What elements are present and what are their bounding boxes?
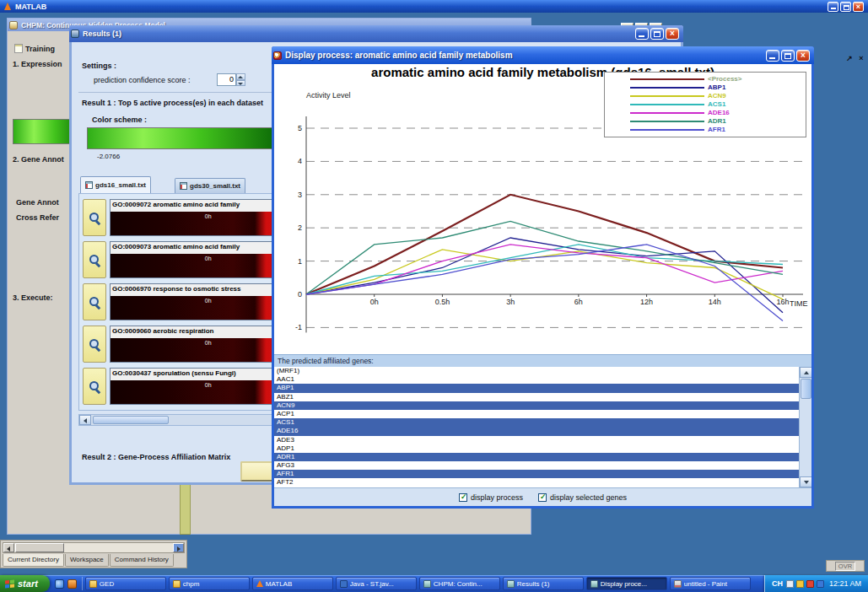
keyboard-icon[interactable] <box>786 580 794 588</box>
scroll-up-icon[interactable] <box>800 367 811 378</box>
scroll-left-icon[interactable] <box>3 543 14 552</box>
gene-list-item[interactable]: ACN9 <box>274 401 799 410</box>
language-indicator[interactable]: CH <box>772 579 783 588</box>
gene-list-item[interactable]: ADR1 <box>274 453 799 461</box>
start-button[interactable]: start <box>0 575 50 592</box>
legend-label: ACS1 <box>708 100 725 109</box>
gene-list: (MRF1)AAC1ABP1ABZ1ACN9ACP1ACS1ADE16ADE3A… <box>274 367 811 487</box>
legend-label: ABP1 <box>708 83 725 92</box>
taskbar-button-label: CHPM: Contin... <box>434 580 483 588</box>
y-tick-label: 5 <box>298 124 302 132</box>
gene-list-item[interactable]: ABZ1 <box>274 393 799 401</box>
magnify-process-button[interactable] <box>83 199 106 236</box>
legend-item: ABP1 <box>608 83 802 92</box>
display-process-window: Display process: aromatic amino acid fam… <box>272 46 814 509</box>
display-selected-genes-checkbox[interactable]: display selected genes <box>538 493 627 502</box>
checkbox-label: display selected genes <box>550 493 627 502</box>
scrollbar-thumb[interactable] <box>93 416 169 424</box>
alert-icon[interactable] <box>796 580 804 588</box>
restore-button[interactable] <box>840 2 851 12</box>
taskbar-button-matlab[interactable]: MATLAB <box>252 577 333 590</box>
taskbar-button-label: untitled - Paint <box>684 580 727 588</box>
color-scheme-label: Color scheme : <box>92 116 147 124</box>
magnify-process-button[interactable] <box>83 368 106 405</box>
y-tick-label: 3 <box>298 191 302 199</box>
java-app-icon <box>273 51 282 60</box>
confidence-value[interactable]: 0 <box>217 73 236 86</box>
taskbar-button-java-st-jav[interactable]: Java - ST.jav... <box>336 577 417 590</box>
confidence-spinner[interactable]: 0 <box>217 73 245 86</box>
net-icon[interactable] <box>817 580 824 588</box>
desktop: MATLAB CHPM: Continuous Hidden Process M… <box>0 0 868 592</box>
scrollbar-thumb[interactable] <box>15 543 64 552</box>
vertical-scrollbar[interactable] <box>799 367 811 487</box>
app-shortcut-icon[interactable] <box>67 579 77 589</box>
spin-down-icon[interactable] <box>236 80 245 87</box>
scrollbar-track[interactable] <box>14 543 173 552</box>
minimize-button[interactable] <box>828 2 838 12</box>
tab-gds30-small[interactable]: gds30_small.txt <box>175 178 245 193</box>
heat-col-label: 0h <box>205 213 212 219</box>
matlab-icon <box>256 580 263 587</box>
taskbar-button-untitled-paint[interactable]: untitled - Paint <box>670 577 751 590</box>
checkbox-label: display process <box>471 493 523 502</box>
magnify-process-button[interactable] <box>83 326 106 363</box>
taskbar-button-chpm[interactable]: chpm <box>169 577 250 590</box>
gene-list-item[interactable]: ACS1 <box>274 418 799 427</box>
gene-list-item[interactable]: AFT2 <box>274 478 799 487</box>
gene-list-item[interactable]: AAC1 <box>274 375 799 384</box>
scroll-right-icon[interactable] <box>173 543 184 552</box>
gene-list-item[interactable]: ADE3 <box>274 436 799 444</box>
x-tick-label: 3h <box>506 298 515 306</box>
close-button[interactable] <box>853 2 864 12</box>
series-line <box>306 245 783 294</box>
gene-list-item[interactable]: ABP1 <box>274 384 799 392</box>
minimize-button[interactable] <box>766 50 779 62</box>
msg-icon[interactable] <box>806 580 814 588</box>
x-tick-label: 14h <box>709 298 721 306</box>
heat-col-label: 0h <box>205 382 212 388</box>
magnify-process-button[interactable] <box>83 241 106 278</box>
clock: 12:21 AM <box>829 579 861 588</box>
result1-title: Result 1 : Top 5 active process(es) in e… <box>82 99 263 107</box>
scroll-left-icon[interactable] <box>79 415 91 425</box>
legend-item: ACN9 <box>608 92 802 100</box>
tab-current-directory[interactable]: Current Directory <box>3 554 64 567</box>
minimize-button[interactable] <box>635 28 649 40</box>
gene-list-item[interactable]: (MRF1) <box>274 367 799 375</box>
close-pane-icon[interactable] <box>856 54 866 62</box>
taskbar-button-ged[interactable]: GED <box>85 577 166 590</box>
start-label: start <box>18 579 38 589</box>
magnifier-icon <box>89 254 101 266</box>
gene-list-item[interactable]: AFG3 <box>274 461 799 470</box>
chart-legend: <Process>ABP1ACN9ACS1ADE16ADR1AFR1 <box>604 72 806 137</box>
spin-up-icon[interactable] <box>236 73 245 80</box>
tab-workspace[interactable]: Workspace <box>65 554 109 567</box>
browser-icon[interactable] <box>55 579 64 589</box>
maximize-button[interactable] <box>781 50 795 62</box>
paint-icon <box>674 580 682 588</box>
legend-line-swatch <box>630 78 704 80</box>
gene-list-item[interactable]: ADE16 <box>274 427 799 435</box>
scrollbar-thumb[interactable] <box>801 379 811 399</box>
scroll-down-icon[interactable] <box>800 476 811 487</box>
taskbar-button-results-1[interactable]: Results (1) <box>503 577 584 590</box>
close-button[interactable] <box>796 50 810 62</box>
display-process-checkbox[interactable]: display process <box>459 493 523 502</box>
series-line <box>306 245 783 294</box>
magnify-process-button[interactable] <box>83 283 106 320</box>
gene-list-item[interactable]: ACP1 <box>274 410 799 418</box>
maximize-button[interactable] <box>650 28 664 40</box>
tab-command-history[interactable]: Command History <box>110 554 174 567</box>
gene-list-item[interactable]: AFR1 <box>274 470 799 478</box>
folder-icon <box>89 580 97 588</box>
tab-gds16-small[interactable]: gds16_small.txt <box>80 176 151 193</box>
result2-title: Result 2 : Gene-Process Affiliation Matr… <box>82 453 230 461</box>
matlab-horizontal-scrollbar[interactable] <box>3 542 185 553</box>
legend-item: ACS1 <box>608 100 802 109</box>
close-button[interactable] <box>666 28 679 40</box>
taskbar-button-display-proce[interactable]: Display proce... <box>586 577 667 590</box>
undock-icon[interactable] <box>844 54 855 62</box>
gene-list-item[interactable]: ADP1 <box>274 444 799 453</box>
taskbar-button-chpm-contin[interactable]: CHPM: Contin... <box>419 577 500 590</box>
